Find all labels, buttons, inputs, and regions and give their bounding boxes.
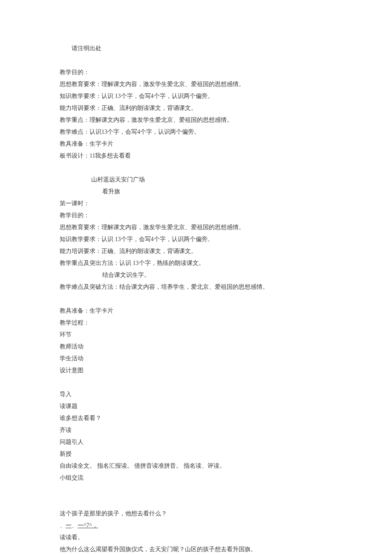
teaching-difficulty: 教学难点：认识13个字，会写4个字，认识两个偏旁。: [60, 126, 332, 138]
free-read-line: 自由读全文。 指名汇报读。 借拼音读准拼音。 指名读、评读。: [60, 460, 332, 472]
group-discuss: 小组交流: [60, 472, 332, 484]
ideological-requirement: 思想教育要求：理解课文内容，激发学生爱北京、爱祖国的思想感情。: [60, 78, 332, 90]
xin-shou: 新授: [60, 448, 332, 460]
symbol-underline-1: 一: [66, 522, 72, 529]
lesson-difficulty: 教学难点及突破方法：结合课文内容，培养学生，爱北京、爱祖国的思想感情。: [60, 281, 332, 293]
spacer: [60, 55, 332, 66]
column-header-4: 设计意图: [60, 365, 332, 377]
board-line-2: 看升旗: [60, 186, 332, 198]
board-line-1: 山村遥远天安门广场: [60, 174, 332, 186]
read-title-step: 读课题: [60, 400, 332, 412]
teaching-emphasis: 教学重点：理解课文内容，激发学生爱北京、爱祖国的思想感情。: [60, 114, 332, 126]
teaching-objective-title: 教学目的：: [60, 66, 332, 78]
read-dudukan: 读读看。: [60, 532, 332, 543]
knowledge-requirement: 知识教学要求：认识 13个字，会写4个字，认识两个偏旁。: [60, 90, 332, 102]
lesson-ideological: 思想教育要求：理解课文内容，激发学生爱北京、爱祖国的思想感情。: [60, 221, 332, 233]
spacer: [60, 162, 332, 174]
lesson-emphasis-sub: 结合课文识生字。: [60, 269, 332, 281]
spacer: [60, 377, 332, 388]
ability-requirement: 能力培训要求：正确、流利的朗读课文，背诵课文。: [60, 102, 332, 114]
lesson-ability: 能力培训要求：正确、流利的朗读课文，背诵课文。: [60, 245, 332, 257]
lesson-objective-title: 教学目的：: [60, 210, 332, 221]
spacer: [60, 293, 332, 305]
lesson-tools: 教具准备：生字卡片: [60, 305, 332, 317]
question-2: 他为什么这么渴望看升国旗仪式，去天安门呢？山区的孩子想去看升国旗。: [60, 543, 332, 555]
symbol-prefix: 、: [60, 522, 66, 529]
symbol-mid: 、: [72, 522, 78, 529]
column-header-1: 环节: [60, 329, 332, 341]
column-header-3: 学生活动: [60, 353, 332, 365]
spacer: [60, 496, 332, 508]
symbols-line: 、一、一^7^，: [60, 520, 332, 532]
who-question: 谁多想去看看？: [60, 412, 332, 424]
question-1: 这个孩子是那里的孩子，他想去看什么？: [60, 508, 332, 520]
teaching-process-title: 教学过程：: [60, 317, 332, 329]
board-design: 板书设计：11我多想去看看: [60, 150, 332, 162]
symbol-underline-2: 一^7^，: [78, 522, 98, 529]
lesson-emphasis: 教学重点及突出方法：认识 13个字，熟练的朗读课文。: [60, 257, 332, 269]
teaching-tools: 教具准备：生字卡片: [60, 138, 332, 150]
spacer: [60, 484, 332, 496]
lesson-one-title: 第一课时：: [60, 198, 332, 210]
qi-read: 齐读: [60, 424, 332, 436]
attribution-note: 请注明出处: [60, 43, 332, 55]
intro-step: 导入: [60, 388, 332, 400]
column-header-2: 教师活动: [60, 341, 332, 353]
lesson-knowledge: 知识教学要求：认识 13个字，会写4个字，认识两个偏旁。: [60, 233, 332, 245]
question-intro: 问题引人: [60, 436, 332, 448]
